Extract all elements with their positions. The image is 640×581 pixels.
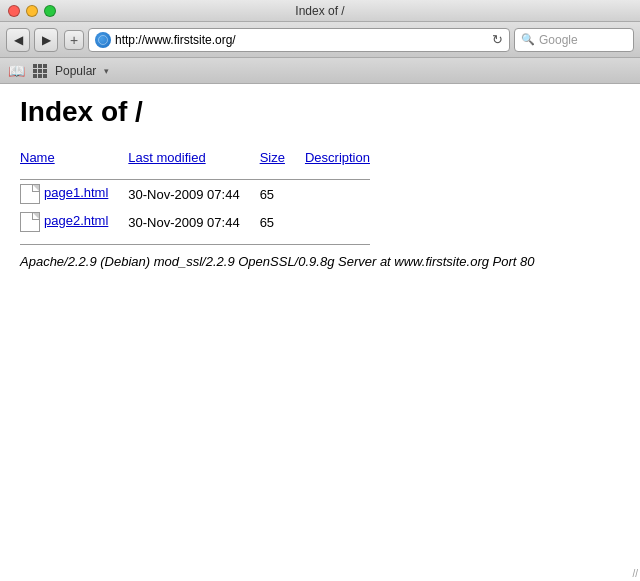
scroll-corner: // [632, 568, 638, 579]
modified-cell: 30-Nov-2009 07:44 [128, 208, 259, 236]
address-bar[interactable]: http://www.firstsite.org/ ↻ [88, 28, 510, 52]
page-content: Index of / Name Last modified Size Descr… [0, 84, 640, 581]
search-bar[interactable]: 🔍 Google [514, 28, 634, 52]
window-controls [8, 5, 56, 17]
modified-cell: 30-Nov-2009 07:44 [128, 180, 259, 209]
table-row: page2.html30-Nov-2009 07:4465 [20, 208, 370, 236]
bookmarks-icon: 📖 [8, 63, 25, 79]
directory-table: Name Last modified Size Description page… [20, 148, 370, 245]
header-separator [20, 171, 370, 180]
new-tab-button[interactable]: + [64, 30, 84, 50]
col-header-size[interactable]: Size [260, 148, 305, 171]
maximize-button[interactable] [44, 5, 56, 17]
file-cell: page1.html [20, 180, 128, 209]
minimize-button[interactable] [26, 5, 38, 17]
back-icon: ◀ [14, 33, 23, 47]
size-cell: 65 [260, 180, 305, 209]
description-cell [305, 208, 370, 236]
close-button[interactable] [8, 5, 20, 17]
title-bar: Index of / [0, 0, 640, 22]
toolbar: ◀ ▶ + http://www.firstsite.org/ ↻ 🔍 Goog… [0, 22, 640, 58]
popular-button[interactable]: Popular [55, 64, 96, 78]
globe-icon [95, 32, 111, 48]
grid-icon [33, 64, 47, 78]
window-title: Index of / [295, 4, 344, 18]
address-text: http://www.firstsite.org/ [115, 33, 488, 47]
col-header-modified[interactable]: Last modified [128, 148, 259, 171]
file-icon [20, 184, 40, 204]
forward-button[interactable]: ▶ [34, 28, 58, 52]
refresh-icon[interactable]: ↻ [492, 32, 503, 47]
bookmarks-bar: 📖 Popular ▾ [0, 58, 640, 84]
back-button[interactable]: ◀ [6, 28, 30, 52]
plus-icon: + [70, 32, 78, 48]
file-link[interactable]: page2.html [44, 213, 108, 228]
page-title: Index of / [20, 96, 620, 128]
table-header-row: Name Last modified Size Description [20, 148, 370, 171]
search-placeholder: Google [539, 33, 578, 47]
file-link[interactable]: page1.html [44, 185, 108, 200]
col-header-description[interactable]: Description [305, 148, 370, 171]
table-row: page1.html30-Nov-2009 07:4465 [20, 180, 370, 209]
search-icon: 🔍 [521, 33, 535, 46]
server-footer: Apache/2.2.9 (Debian) mod_ssl/2.2.9 Open… [20, 253, 620, 271]
chevron-down-icon: ▾ [104, 66, 109, 76]
col-header-name[interactable]: Name [20, 148, 128, 171]
size-cell: 65 [260, 208, 305, 236]
footer-separator [20, 236, 370, 245]
forward-icon: ▶ [42, 33, 51, 47]
description-cell [305, 180, 370, 209]
file-icon [20, 212, 40, 232]
file-cell: page2.html [20, 208, 128, 236]
